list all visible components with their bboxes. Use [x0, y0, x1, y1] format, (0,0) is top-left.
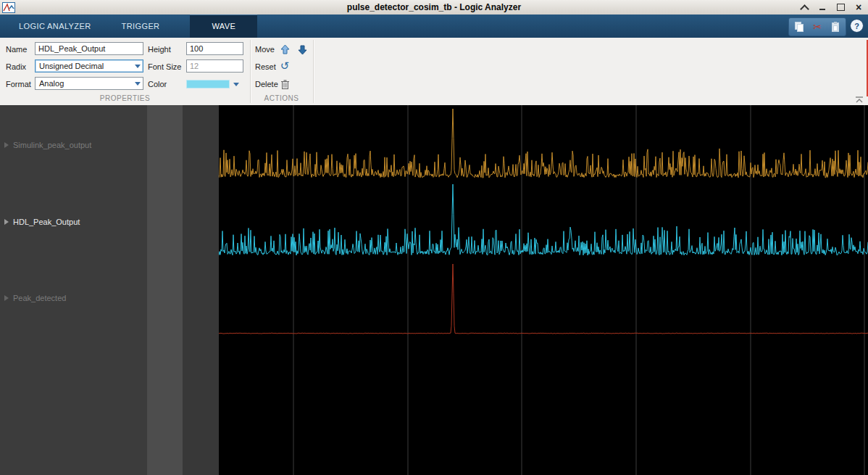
font-size-input[interactable] [186, 59, 243, 73]
help-icon[interactable]: ? [850, 19, 864, 33]
app-icon [2, 2, 15, 13]
waveform-plot [219, 105, 868, 475]
title-bar[interactable]: pulse_detector_cosim_tb - Logic Analyzer… [0, 0, 868, 15]
paste-icon[interactable] [829, 20, 842, 33]
window-title: pulse_detector_cosim_tb - Logic Analyzer [0, 2, 868, 12]
signal-row-hdl-peak-output[interactable]: HDL_Peak_Output [4, 216, 80, 228]
chevron-down-icon [135, 65, 141, 68]
tab-wave[interactable]: WAVE [190, 15, 257, 38]
close-icon[interactable]: × [854, 2, 864, 12]
move-label: Move [255, 42, 275, 57]
signal-name: Peak_detected [13, 294, 66, 302]
move-up-icon[interactable] [278, 43, 291, 56]
name-input[interactable] [35, 42, 143, 55]
signal-name: Simulink_peak_output [13, 141, 91, 149]
minimize-icon[interactable] [817, 2, 827, 12]
color-label: Color [148, 77, 167, 91]
signal-row-simulink-peak-output[interactable]: Simulink_peak_output [4, 139, 91, 151]
tab-logic-analyzer[interactable]: LOGIC ANALYZER [7, 15, 103, 38]
color-swatch [186, 80, 230, 88]
group-divider [313, 40, 314, 103]
ribbon-collapse-icon[interactable] [799, 2, 809, 12]
signal-row-peak-detected[interactable]: Peak_detected [4, 292, 66, 304]
trash-icon[interactable] [278, 78, 291, 91]
signal-names-panel: Simulink_peak_output HDL_Peak_Output Pea… [0, 105, 147, 475]
color-picker[interactable] [186, 80, 239, 88]
radix-dropdown[interactable]: Unsigned Decimal [35, 59, 143, 73]
reset-label: Reset [255, 59, 276, 74]
actions-section-label: ACTIONS [250, 93, 313, 104]
properties-section-label: PROPERTIES [0, 93, 250, 104]
height-input[interactable] [186, 42, 243, 55]
expand-triangle-icon[interactable] [4, 219, 9, 225]
signal-name: HDL_Peak_Output [13, 218, 80, 226]
reset-icon[interactable]: ↺ [278, 59, 291, 73]
chevron-down-icon [233, 83, 239, 86]
height-label: Height [148, 42, 171, 57]
toolstrip-tabbar: LOGIC ANALYZER TRIGGER WAVE ✂ ? [0, 15, 868, 38]
expand-triangle-icon[interactable] [4, 295, 9, 301]
cut-icon[interactable]: ✂ [811, 20, 824, 33]
name-label: Name [6, 42, 27, 57]
names-values-splitter[interactable] [147, 105, 183, 475]
move-down-icon[interactable] [296, 43, 309, 56]
copy-icon[interactable] [793, 20, 806, 33]
waveform-canvas[interactable] [219, 105, 868, 475]
maximize-icon[interactable] [835, 2, 846, 12]
expand-triangle-icon[interactable] [4, 142, 9, 148]
tab-trigger[interactable]: TRIGGER [110, 15, 172, 38]
font-size-label: Font Size [148, 59, 181, 74]
quick-access-toolbar: ✂ [788, 17, 846, 36]
wave-region: Simulink_peak_output HDL_Peak_Output Pea… [0, 105, 868, 475]
values-column [183, 105, 219, 475]
radix-value: Unsigned Decimal [39, 62, 104, 70]
format-value: Analog [39, 79, 64, 88]
delete-label: Delete [255, 77, 278, 91]
format-dropdown[interactable]: Analog [35, 77, 143, 90]
chevron-down-icon [135, 82, 141, 86]
radix-label: Radix [6, 59, 26, 74]
wave-toolstrip: Name Radix Unsigned Decimal Format Analo… [0, 38, 868, 106]
format-label: Format [6, 77, 31, 91]
collapse-toolstrip-icon[interactable] [854, 94, 864, 103]
